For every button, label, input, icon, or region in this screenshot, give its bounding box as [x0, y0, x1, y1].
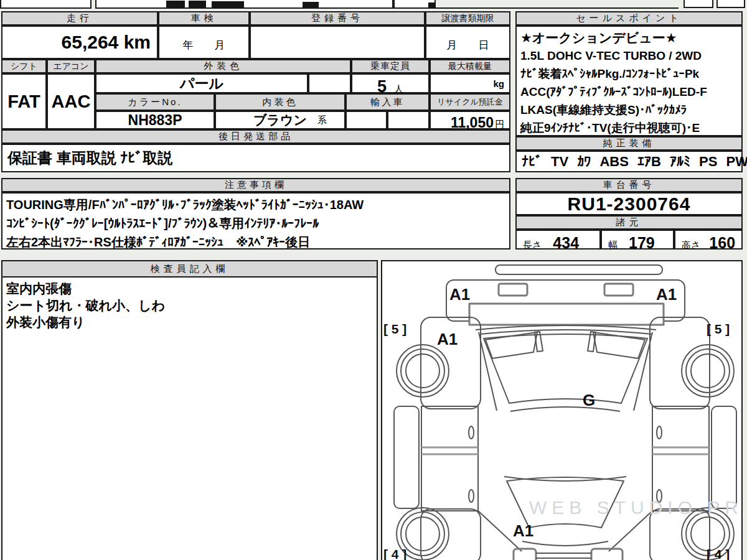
spec-length-cell: 長さ 434 [515, 230, 601, 250]
diagram-label-bracket4-left: [ 4 ] [383, 547, 406, 560]
transfer-deadline-value: 月 日 [425, 26, 510, 59]
roof-front-arc [510, 407, 620, 411]
auction-sheet: 走行 車検 登録番号 譲渡書類期限 65,264 km 年 月 月 日 シフト … [0, 0, 747, 560]
capacity-header: 乗車定員 [351, 59, 430, 73]
front-fender-right [650, 317, 710, 409]
diagram-label-a1-fender: A1 [437, 330, 458, 348]
mileage-value: 65,264 km [1, 26, 158, 59]
shaken-value: 年 月 [158, 26, 250, 59]
trunk-arc [522, 541, 608, 546]
aircon-value: AAC [47, 73, 95, 129]
registration-value [250, 26, 425, 59]
sill-left [394, 406, 419, 508]
inspector-header: 検査員記入欄 [2, 261, 377, 278]
import-header: 輸入車 [345, 93, 430, 111]
transfer-deadline-header: 譲渡書類期限 [425, 11, 510, 26]
clipped-text-fragment [212, 1, 244, 7]
clipped-top-row-line [436, 7, 679, 9]
spec-width-cell: 幅 179 [601, 230, 674, 250]
interior-color-value: ブラウン 系 [215, 111, 345, 129]
diagram-label-bracket4-right: [ 4 ] [707, 547, 730, 560]
spec-height-cell: 高さ 160 [674, 230, 743, 250]
car-diagram: WEB STUDIO.PRO A1 A1 A1 G A1 [ 5 ] [ 5 ]… [382, 261, 741, 560]
clipped-top-row-cell [716, 0, 745, 8]
spec-height-value: 160 [709, 234, 735, 252]
exterior-color-header: 外装色 [95, 59, 351, 73]
exterior-color-extra [308, 73, 351, 93]
max-load-header: 最大積載量 [430, 59, 510, 73]
sill-right [712, 406, 736, 508]
specs-header: 諸元 [515, 215, 743, 230]
sales-point-header: セールスポイント [515, 11, 743, 26]
later-parts-header: 後日発送部品 [1, 129, 510, 144]
import-value-right [387, 111, 430, 129]
inspector-line: 室内内張傷 [6, 280, 373, 297]
mileage-header: 走行 [1, 11, 158, 26]
cowl-arc [476, 325, 656, 330]
clipped-top-row-cell [0, 0, 92, 9]
sales-point-line: ACC(ｱﾀﾞﾌﾟﾃｨﾌﾞｸﾙｰｽﾞｺﾝﾄﾛｰﾙ)LED-F [520, 83, 738, 101]
inspector-box: 検査員記入欄 室内内張傷 シート切れ・破れ小、しわ 外装小傷有り [1, 260, 378, 560]
bumper-slot-right [604, 284, 633, 296]
sales-point-box: ★オークションデビュー★ 1.5L DOHC V-TEC TURBO / 2WD… [515, 26, 743, 136]
shift-value: FAT [1, 73, 47, 129]
sales-point-line: LKAS(車線維持支援S)･ﾊﾞｯｸｶﾒﾗ [520, 101, 738, 119]
sales-point-line: 1.5L DOHC V-TEC TURBO / 2WD [520, 47, 738, 65]
diagram-label-a1-rear: A1 [513, 521, 533, 540]
recycle-value: 11,050 円 [430, 111, 510, 129]
import-value-left [345, 111, 387, 129]
later-parts-value: 保証書 車両取説 ﾅﾋﾞ取説 [1, 144, 510, 172]
inspector-line: シート切れ・破れ小、しわ [6, 297, 373, 314]
door-handle [469, 490, 474, 502]
spec-length-label: 長さ [523, 240, 542, 251]
front-wheel-left [397, 345, 449, 397]
interior-color-name: ブラウン [253, 111, 307, 129]
rear-bumper-tab-left [514, 549, 536, 560]
diagram-label-bracket5-left: [ 5 ] [383, 322, 406, 336]
car-diagram-box: WEB STUDIO.PRO A1 A1 A1 G A1 [ 5 ] [ 5 ]… [381, 260, 743, 560]
sales-point-line: ﾅﾋﾞ装着ｽﾍﾟｼｬﾙPkg./ｺﾝﾌｫｰﾄﾋﾞｭｰPk [520, 65, 738, 83]
hood-top-panel [469, 304, 664, 325]
color-no-value: NH883P [95, 111, 215, 129]
door-panel-left [421, 406, 478, 511]
aircon-header: エアコン [47, 59, 95, 73]
spec-width-value: 179 [629, 234, 655, 252]
cowl-arc-inner [480, 330, 652, 334]
exterior-color-value: パール [95, 73, 308, 93]
door-handle [657, 426, 662, 439]
diagram-label-bracket5-right: [ 5 ] [707, 322, 730, 336]
equipment-header: 純正装備 [515, 136, 743, 151]
spec-length-value: 434 [553, 234, 579, 252]
spec-width-label: 幅 [608, 240, 618, 251]
front-bumper-top-strip [496, 265, 662, 274]
rear-bumper-tab-right [591, 549, 622, 560]
registration-header: 登録番号 [250, 11, 425, 26]
max-load-value: kg [430, 73, 510, 93]
equipment-value: ﾅﾋﾞ TV ｶﾜ ABS ｴｱB ｱﾙﾐ PS PW [515, 151, 743, 172]
shift-header: シフト [1, 59, 47, 73]
front-wheel-right [682, 345, 734, 397]
door-panel-right [652, 406, 709, 511]
rear-quarter-left [421, 509, 481, 560]
diagram-label-glass-g: G [583, 391, 595, 409]
clipped-text-fragment [166, 1, 185, 7]
spec-height-label: 高さ [682, 240, 700, 251]
chassis-header: 車台番号 [515, 178, 743, 192]
clipped-text-fragment [189, 1, 206, 7]
inspector-line: 外装小傷有り [6, 314, 373, 330]
capacity-value: 5 人 [351, 73, 430, 93]
color-no-header: カラーNo. [95, 93, 215, 111]
clipped-top-row-cell [684, 0, 713, 8]
shaken-header: 車検 [158, 11, 250, 26]
clipped-top-row-cell [95, 0, 393, 9]
clipped-text-fragment [428, 2, 436, 8]
chassis-value: RU1-2300764 [515, 192, 743, 215]
bumper-slot-left [499, 284, 527, 296]
clipped-text-fragment [303, 2, 319, 7]
notes-header: 注意事項欄 [1, 178, 510, 192]
watermark: WEB STUDIO.PRO [529, 497, 741, 518]
diagram-label-a1-front-right: A1 [656, 285, 677, 304]
notes-line: 左右2本出ﾏﾌﾗｰ･RS仕様ﾎﾞﾃﾞｨﾛｱｶﾞｰﾆｯｼｭ ※ｽﾍﾟｱｷｰ後日 [6, 233, 505, 251]
diagram-label-a1-front-left: A1 [449, 285, 470, 304]
recycle-header: リサイクル預託金 [430, 93, 510, 111]
